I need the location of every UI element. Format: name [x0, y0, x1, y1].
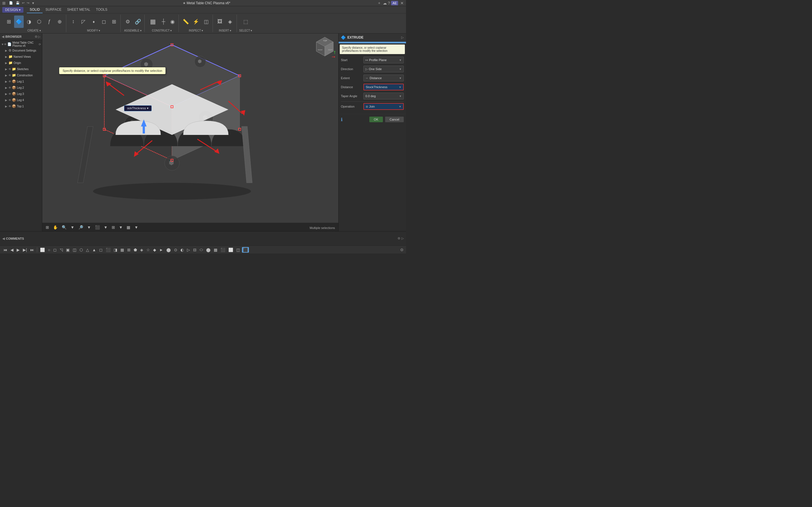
tool-sq-btn[interactable]: ◻	[98, 247, 104, 252]
operation-select[interactable]: ⊞ Join ▼	[363, 103, 404, 110]
tool-grid-btn[interactable]: ▣	[65, 247, 71, 252]
construction-eye-icon[interactable]: 👁	[8, 74, 11, 77]
tab-solid[interactable]: SOLID	[27, 6, 43, 13]
start-select[interactable]: ↦ Profile Plane ▼	[363, 57, 404, 63]
shell-btn[interactable]: ◻	[99, 15, 109, 28]
comments-settings-btn[interactable]: ⚙	[398, 237, 400, 240]
tool-diam-btn[interactable]: ⬟	[133, 247, 138, 252]
user-avatar[interactable]: AE	[391, 1, 398, 5]
add-tab-btn[interactable]: ＋	[377, 1, 381, 6]
close-btn[interactable]: ✕	[400, 1, 404, 5]
leg1-eye-icon[interactable]: 👁	[8, 80, 11, 83]
formula-btn[interactable]: ƒ	[45, 15, 54, 28]
tool-hf2-btn[interactable]: ◫	[235, 247, 241, 252]
browser-settings-btn[interactable]: ⚙	[35, 35, 38, 39]
combine-btn[interactable]: ⊕	[55, 15, 64, 28]
insert-mesh-btn[interactable]: ◈	[225, 15, 235, 28]
tool-active-btn[interactable]: ⬛	[242, 247, 249, 252]
tool-half-btn[interactable]: ◐	[179, 247, 185, 252]
vp-zoom-fit-btn[interactable]: 🔎	[77, 224, 84, 230]
file-menu[interactable]: 📄	[7, 1, 15, 5]
design-dropdown[interactable]: DESIGN ▾	[2, 7, 23, 13]
playback-next-btn[interactable]: ▶|	[22, 247, 28, 252]
tree-item-construction[interactable]: ▶ 👁 📁 Construction	[0, 72, 42, 78]
measure-btn[interactable]: 📏	[181, 15, 191, 28]
tool-diamond-btn[interactable]: ◆	[152, 247, 157, 252]
tree-item-top1[interactable]: ▶ 👁 📦 Top:1	[0, 103, 42, 109]
playback-prev-btn[interactable]: ◀	[9, 247, 15, 252]
chamfer-btn[interactable]: ⬧	[89, 15, 98, 28]
redo-btn[interactable]: ↪	[26, 1, 31, 5]
extrude-btn[interactable]: 🔷	[14, 15, 24, 28]
tool-arrow-btn[interactable]: ▷	[186, 247, 191, 252]
as-joint-btn[interactable]: 🔗	[133, 15, 143, 28]
top1-eye-icon[interactable]: 👁	[8, 105, 11, 108]
ok-button[interactable]: OK	[369, 117, 383, 122]
inspect-label[interactable]: INSPECT ▾	[189, 29, 203, 32]
leg2-eye-icon[interactable]: 👁	[8, 86, 11, 89]
extrude-expand-btn[interactable]: ▷	[401, 36, 404, 40]
tab-sheetmetal[interactable]: SHEET METAL	[64, 6, 93, 13]
tool-sketch-btn[interactable]: ⬜	[39, 247, 46, 252]
vp-grid2-arrow[interactable]: ▼	[133, 224, 139, 230]
tab-surface[interactable]: SURFACE	[43, 6, 64, 13]
select-label[interactable]: SELECT ▾	[239, 29, 252, 32]
tool-tri3-btn[interactable]: ▲	[91, 247, 97, 252]
construct-label[interactable]: CONSTRUCT ▾	[152, 29, 172, 32]
tool-halfsq-btn[interactable]: ◨	[112, 247, 118, 252]
info-icon[interactable]: ℹ	[341, 117, 343, 122]
vp-zoom-fit-arrow[interactable]: ▼	[86, 224, 92, 230]
viewport[interactable]: ❅ ❅ ❅ ❅ ❅	[42, 34, 338, 231]
tree-item-leg3[interactable]: ▶ 👁 📦 Leg:3	[0, 91, 42, 97]
tool-star-btn[interactable]: ☆	[145, 247, 151, 252]
tree-item-root[interactable]: ▼ 👁 📄 Metal Table CNC Plasma v6 ⟳	[0, 41, 42, 47]
create-label[interactable]: CREATE ▾	[28, 29, 41, 32]
playback-end-btn[interactable]: ⏭	[29, 247, 35, 252]
tool-circ-btn[interactable]: ⬤	[165, 247, 172, 252]
construct-point-btn[interactable]: ◉	[168, 15, 177, 28]
tool-blk-btn[interactable]: ⬛	[219, 247, 226, 252]
joint-btn[interactable]: ⚙	[123, 15, 133, 28]
vp-display-btn[interactable]: ⬛	[94, 224, 101, 230]
tree-item-leg2[interactable]: ▶ 👁 📦 Leg:2	[0, 84, 42, 91]
loft-btn[interactable]: ⬡	[35, 15, 44, 28]
vp-visual-btn[interactable]: ⊞	[110, 224, 116, 230]
comments-collapse-icon[interactable]: ◀	[2, 237, 5, 240]
cloud-btn[interactable]: ☁	[383, 1, 387, 5]
tool-tri2-btn[interactable]: △	[85, 247, 90, 252]
more-btn[interactable]: ▼	[31, 1, 36, 5]
tool-mirror-btn[interactable]: ◫	[71, 247, 78, 252]
tool-rect-btn[interactable]: ◻	[52, 247, 58, 252]
root-eye-icon[interactable]: 👁	[4, 43, 7, 46]
comments-expand-btn[interactable]: ▷	[402, 237, 404, 240]
select-box-btn[interactable]: ⬚	[241, 15, 250, 28]
extent-select[interactable]: ↔ Distance ▼	[363, 75, 404, 81]
tool-tri1-btn[interactable]: ◹	[59, 247, 64, 252]
sketches-eye-icon[interactable]: 👁	[8, 68, 11, 71]
construct-axis-btn[interactable]: ┼	[159, 15, 168, 28]
help-btn[interactable]: ?	[388, 1, 390, 5]
browser-expand-btn[interactable]: ▷	[38, 35, 40, 39]
insert-label[interactable]: INSERT ▾	[219, 29, 231, 32]
cancel-button[interactable]: Cancel	[385, 117, 404, 122]
settings-icon[interactable]: ⚙	[400, 247, 404, 252]
tool-hex-btn[interactable]: ⬡	[79, 247, 84, 252]
press-pull-btn[interactable]: ↕	[68, 15, 78, 28]
assemble-label[interactable]: ASSEMBLE ▾	[124, 29, 142, 32]
new-component-btn[interactable]: ⊞	[4, 15, 13, 28]
vp-pan-btn[interactable]: ✋	[52, 224, 59, 230]
tool-cross-btn[interactable]: ▩	[213, 247, 218, 252]
vp-display-arrow[interactable]: ▼	[103, 224, 109, 230]
tree-item-origin[interactable]: ▶ 📁 Origin	[0, 60, 42, 66]
tab-tools[interactable]: TOOLS	[93, 6, 110, 13]
vp-visual-arrow[interactable]: ▼	[118, 224, 124, 230]
tool-circle-btn[interactable]: ○	[47, 247, 51, 252]
tool-gr2-btn[interactable]: ▦	[119, 247, 125, 252]
tool-ell-btn[interactable]: ⬭	[199, 247, 204, 252]
zebra-btn[interactable]: ⚡	[191, 15, 201, 28]
tree-item-doc-settings[interactable]: ▶ ⚙ Document Settings	[0, 47, 42, 54]
tree-item-named-views[interactable]: ▶ 📁 Named Views	[0, 54, 42, 60]
vp-zoom-arrow[interactable]: ▼	[69, 224, 75, 230]
vp-zoom-btn[interactable]: 🔍	[61, 224, 68, 230]
leg4-eye-icon[interactable]: 👁	[8, 99, 11, 102]
